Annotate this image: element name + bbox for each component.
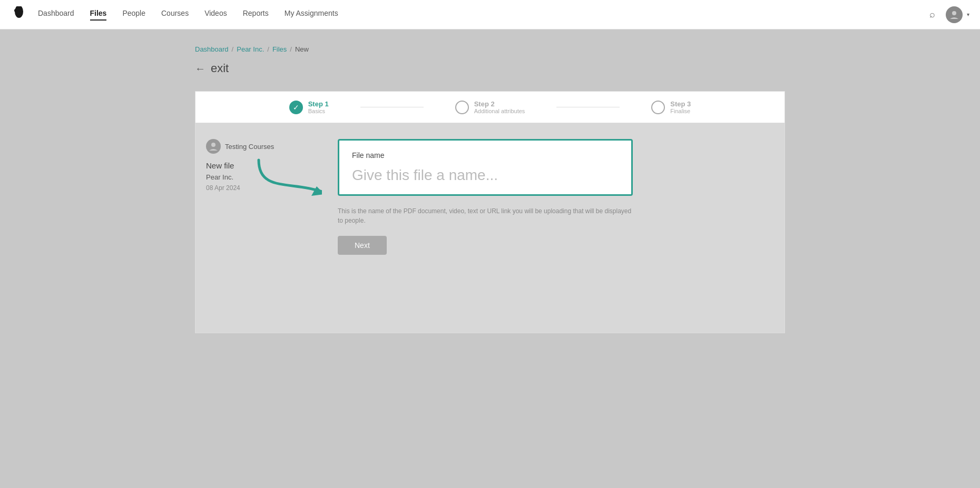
svg-point-0 <box>15 6 23 18</box>
nav-files[interactable]: Files <box>90 9 107 21</box>
file-name-box: File name <box>338 139 633 196</box>
nav-courses[interactable]: Courses <box>161 9 189 21</box>
breadcrumb-sep-3: / <box>290 45 292 53</box>
content-area: Testing Courses New file Pear Inc. 08 Ap… <box>195 123 785 333</box>
breadcrumb-new: New <box>295 45 309 53</box>
back-arrow-icon[interactable]: ← <box>195 63 205 75</box>
svg-point-1 <box>14 9 17 12</box>
step-1-circle: ✓ <box>289 101 303 114</box>
nav-dashboard[interactable]: Dashboard <box>38 9 74 21</box>
svg-marker-4 <box>311 186 322 196</box>
step-1-sublabel: Basics <box>308 108 329 114</box>
nav-reports[interactable]: Reports <box>243 9 269 21</box>
svg-point-2 <box>952 11 956 15</box>
teal-arrow-icon <box>248 150 322 218</box>
stepper: ✓ Step 1 Basics Step 2 Additional attrib… <box>195 91 785 123</box>
nav-people[interactable]: People <box>122 9 145 21</box>
step-1: ✓ Step 1 Basics <box>258 100 360 114</box>
step-divider-1 <box>360 107 424 107</box>
exit-label[interactable]: exit <box>211 62 229 75</box>
step-3-label: Step 3 <box>670 100 691 108</box>
step-1-info: Step 1 Basics <box>308 100 329 114</box>
search-icon[interactable]: ⌕ <box>929 9 935 20</box>
breadcrumb: Dashboard / Pear Inc. / Files / New <box>195 45 785 53</box>
navbar: Dashboard Files People Courses Videos Re… <box>0 0 980 29</box>
breadcrumb-org[interactable]: Pear Inc. <box>237 45 264 53</box>
breadcrumb-files[interactable]: Files <box>272 45 287 53</box>
app-logo <box>11 6 27 23</box>
next-button[interactable]: Next <box>338 236 387 255</box>
helper-text: This is the name of the PDF document, vi… <box>338 206 633 225</box>
file-card-avatar <box>206 139 221 154</box>
breadcrumb-sep-2: / <box>267 45 269 53</box>
step-3: Step 3 Finalise <box>620 100 722 114</box>
step-3-info: Step 3 Finalise <box>670 100 691 114</box>
nav-links: Dashboard Files People Courses Videos Re… <box>38 9 929 21</box>
file-name-label: File name <box>352 151 619 160</box>
step-2-circle <box>455 101 469 114</box>
avatar-chevron-icon[interactable]: ▾ <box>967 12 969 17</box>
nav-videos[interactable]: Videos <box>204 9 227 21</box>
step-divider-2 <box>556 107 620 107</box>
step-3-circle <box>651 101 665 114</box>
nav-my-assignments[interactable]: My Assignments <box>285 9 338 21</box>
svg-point-3 <box>211 143 215 147</box>
breadcrumb-sep-1: / <box>232 45 234 53</box>
step-2: Step 2 Additional attributes <box>424 100 557 114</box>
breadcrumb-dashboard[interactable]: Dashboard <box>195 45 229 53</box>
main-content: Dashboard / Pear Inc. / Files / New ← ex… <box>174 29 806 349</box>
exit-row: ← exit <box>195 62 785 75</box>
avatar[interactable] <box>946 6 963 23</box>
step-3-sublabel: Finalise <box>670 108 691 114</box>
file-name-input[interactable] <box>352 167 619 184</box>
step-1-label: Step 1 <box>308 100 329 108</box>
arrow-container <box>248 150 322 213</box>
right-panel: File name This is the name of the PDF do… <box>322 123 785 333</box>
left-panel: Testing Courses New file Pear Inc. 08 Ap… <box>195 123 322 333</box>
step-2-info: Step 2 Additional attributes <box>474 100 525 114</box>
step-2-label: Step 2 <box>474 100 525 108</box>
step-2-sublabel: Additional attributes <box>474 108 525 114</box>
